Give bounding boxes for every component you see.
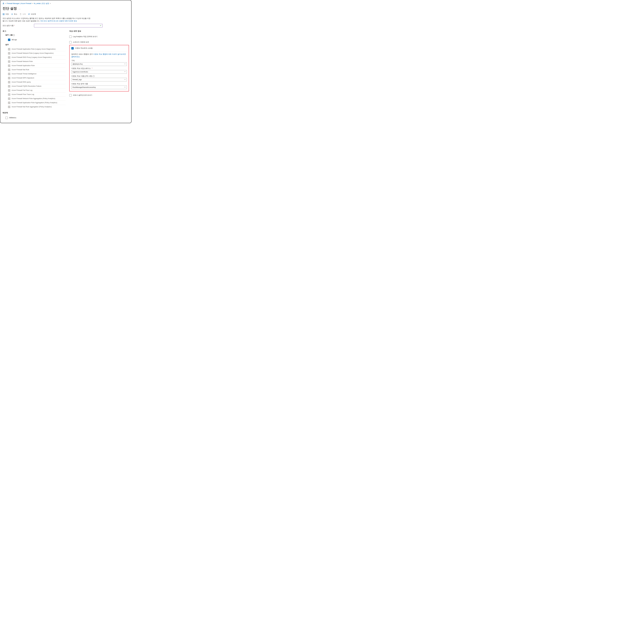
discard-label: 취소 [14,13,17,15]
description-text: 진단 설정은 리소스에서 수집하려는 플랫폼 로그 및/또는 메트릭의 범주 목… [3,17,93,22]
metrics-header: 메트릭 [3,112,66,114]
category-label: Azure Firewall Application Rule [12,64,35,67]
category-checkbox[interactable] [8,56,10,59]
category-label: Azure Firewall FQDN Resolution Failure [12,85,41,87]
category-label: Azure Firewall DNS query [12,81,31,83]
chevron-down-icon [124,71,126,73]
category-checkbox[interactable] [8,48,10,50]
namespace-value: logpresso-eventhubs [73,71,88,73]
category-row: Azure Firewall Application Rule [8,64,66,68]
all-logs-checkbox[interactable] [8,39,10,41]
svg-point-2 [28,14,29,14]
category-label: Azure Firewall Network Rule [12,60,33,63]
breadcrumb-sep-2: > [32,2,33,4]
category-label: Azure Firewall Nat Rule [12,69,29,71]
category-checkbox[interactable] [8,69,10,71]
breadcrumb-item-1[interactable]: Firewall Manager | Azure Firewall [7,2,31,4]
category-row: Azure Firewall DNS Proxy (Legacy Azure D… [8,55,66,60]
category-checkbox[interactable] [8,52,10,54]
breadcrumb: 홈 > Firewall Manager | Azure Firewall > … [3,2,129,5]
category-checkbox[interactable] [8,98,10,100]
all-metrics-label: AllMetrics [9,117,16,119]
category-row: Azure Firewall FQDN Resolution Failure [8,84,66,88]
learn-more-link[interactable]: 여러 로그 범주와 로그의 내용에 대한 자세한 정보 [40,20,77,22]
check-icon [100,25,101,27]
category-label: Azure Firewall IDPS Signature [12,77,34,79]
trash-icon [20,13,22,15]
feedback-label: 피드백 [31,13,36,15]
info-icon[interactable]: i [93,75,95,77]
namespace-select[interactable]: logpresso-eventhubs [71,70,127,74]
category-label: Azure Firewall Nat Rule Aggregation (Pol… [12,106,52,108]
eventhub-note: 잠재적인 파트너 통합의 경우 이벤트 허브 통합에 대해 자세히 알아보려면 … [71,53,127,58]
toolbar: 저장 취소 삭제 피드백 [3,13,129,15]
category-row: Azure Firewall Nat Rule Aggregation (Pol… [8,105,66,109]
breadcrumb-home[interactable]: 홈 [3,2,4,4]
category-checkbox[interactable] [8,77,10,79]
category-checkbox[interactable] [8,73,10,75]
feedback-icon [28,13,30,15]
category-row: Azure Firewall Network Rule (Legacy Azur… [8,51,66,55]
category-label: Azure Firewall Threat Intelligence [12,73,36,75]
policy-label: 이벤트 허브 정책 이름 [71,83,127,85]
category-row: Azure Firewall Network Rule Aggregation … [8,97,66,101]
category-label: Azure Firewall Network Rule Aggregation … [12,97,55,100]
category-checkbox[interactable] [8,65,10,67]
dest-eventhub-label: 이벤트 허브로의 스트림 [75,47,93,49]
save-label: 저장 [5,13,9,15]
category-checkbox[interactable] [8,93,10,96]
name-label: 진단 설정 이름* [3,24,32,27]
category-label: Azure Firewall Network Rule (Legacy Azur… [12,52,54,54]
category-row: Azure Firewall IDPS Signature [8,76,66,80]
category-group-header: 범주 그룹 i [3,34,66,36]
breadcrumb-sep-1: > [5,2,6,4]
dest-law-label: Log Analytics 작업 영역에 보내기 [73,35,98,38]
category-label: Azure Firewall Fat Flow Log [12,89,32,91]
category-row: Azure Firewall Fat Flow Log [8,88,66,92]
category-row: Azure Firewall DNS query [8,80,66,84]
category-row: Azure Firewall Flow Trace Log [8,92,66,97]
eventhub-name-select[interactable]: firewall_logs [71,78,127,81]
category-checkbox[interactable] [8,85,10,87]
delete-button: 삭제 [20,13,26,15]
breadcrumb-sep-3: > [50,2,51,4]
category-row: Azure Firewall Network Rule [8,60,66,64]
feedback-button[interactable]: 피드백 [28,13,36,15]
category-row: Azure Firewall Application Rule Aggregat… [8,101,66,105]
breadcrumb-item-2[interactable]: fw_eelab | 진단 설정 [34,2,49,4]
dest-storage-label: 스토리지 계정에 보관 [73,41,89,43]
policy-select[interactable]: RootManageSharedAccessKey [71,86,127,89]
subscription-select[interactable]: 종량제(S.Pin) [71,62,127,66]
more-actions-icon[interactable]: … [18,7,20,10]
category-checkbox[interactable] [8,81,10,83]
delete-label: 삭제 [22,13,26,15]
dest-eventhub-checkbox[interactable] [71,47,74,49]
category-label: Azure Firewall Application Rule Aggregat… [12,101,57,104]
dest-law-checkbox[interactable] [69,36,72,38]
category-header: 범주 [3,44,66,46]
discard-button[interactable]: 취소 [11,13,17,15]
category-checkbox[interactable] [8,102,10,104]
all-logs-label: allLogs [12,39,17,41]
svg-rect-1 [3,14,4,15]
dest-storage-checkbox[interactable] [69,41,72,43]
category-label: Azure Firewall DNS Proxy (Legacy Azure D… [12,56,52,58]
dest-partner-checkbox[interactable] [69,94,72,96]
subscription-value: 종량제(S.Pin) [73,63,83,65]
dest-partner-label: 파트너 솔루션으로 보내기 [73,94,92,96]
diagnostic-setting-name-input[interactable] [34,24,103,27]
save-button[interactable]: 저장 [3,13,9,15]
category-label: Azure Firewall Application Rule (Legacy … [12,48,56,50]
chevron-down-icon [124,79,126,81]
category-checkbox[interactable] [8,89,10,92]
all-metrics-checkbox[interactable] [5,117,8,119]
logs-header: 로그 [3,30,66,32]
info-icon[interactable]: i [13,34,15,36]
category-checkbox[interactable] [8,60,10,63]
svg-rect-0 [3,13,4,15]
category-row: Azure Firewall Nat Rule [8,68,66,72]
eventhub-name-label: 이벤트 허브 이름(선택 사항) i [71,75,127,77]
category-checkbox[interactable] [8,106,10,108]
eventhub-name-value: firewall_logs [73,79,82,81]
namespace-label: 이벤트 허브 네임스페이스* [71,67,127,70]
